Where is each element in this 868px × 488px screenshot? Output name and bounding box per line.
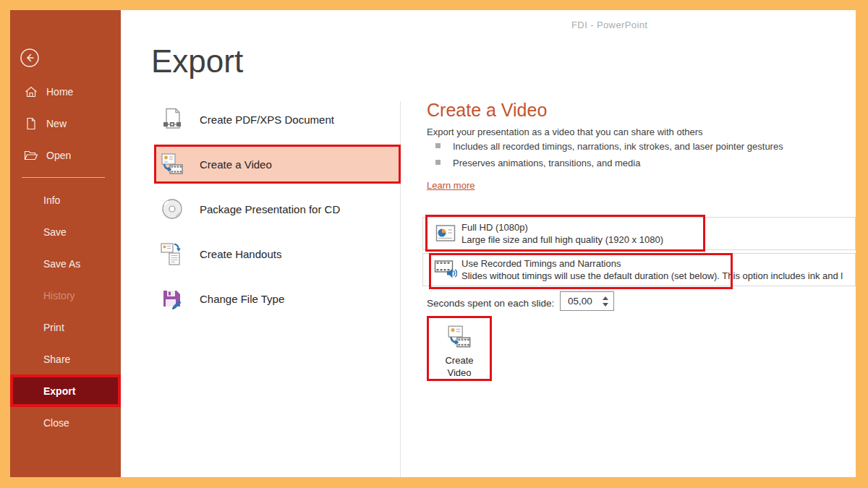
back-button[interactable] [20, 48, 40, 68]
timings-dropdown[interactable]: Use Recorded Timings and Narrations Slid… [422, 253, 856, 286]
window-title: FDI - PowerPoint [571, 20, 647, 30]
option-label: Change File Type [200, 293, 284, 305]
sidebar-item-open[interactable]: Open [10, 140, 121, 171]
handouts-icon [159, 241, 185, 267]
sidebar-item-new[interactable]: New [10, 108, 121, 140]
change-file-type-icon [159, 286, 185, 312]
sidebar-item-info[interactable]: Info [10, 184, 121, 216]
export-options-list: Create PDF/XPS Document [149, 97, 401, 321]
seconds-spinner[interactable]: 05,00 [560, 291, 614, 311]
option-label: Package Presentation for CD [200, 203, 340, 215]
full-hd-icon [433, 222, 458, 245]
export-backstage-main: FDI - PowerPoint Export Creat [121, 10, 856, 477]
option-label: Create PDF/XPS Document [200, 114, 334, 126]
option-create-pdf-xps[interactable]: Create PDF/XPS Document [149, 97, 401, 142]
recorded-timings-icon [433, 258, 458, 281]
sidebar-item-close[interactable]: Close [10, 407, 121, 439]
option-create-a-video[interactable]: Create a Video [149, 142, 401, 187]
option-label: Create Handouts [200, 248, 281, 260]
sidebar-item-home[interactable]: Home [10, 76, 121, 108]
sidebar-divider [22, 177, 105, 178]
create-video-button-label: Create Video [437, 354, 482, 379]
sidebar-item-history: History [10, 280, 121, 312]
back-arrow-icon [20, 58, 40, 70]
video-quality-dropdown[interactable]: Full HD (1080p) Large file size and full… [422, 217, 856, 250]
timings-subtitle: Slides without timings will use the defa… [461, 270, 843, 282]
detail-description: Export your presentation as a video that… [427, 127, 703, 137]
open-folder-icon [24, 149, 38, 162]
square-bullet-icon [435, 143, 441, 148]
spinner-arrows [600, 296, 613, 307]
screenshot-frame: Home New Open [0, 0, 868, 488]
dropdown-text: Use Recorded Timings and Narrations Slid… [461, 257, 843, 282]
spin-up-button[interactable] [603, 296, 608, 300]
dropdown-text: Full HD (1080p) Large file size and full… [461, 221, 663, 246]
seconds-value: 05,00 [561, 296, 600, 307]
option-label: Create a Video [200, 158, 272, 171]
option-change-file-type[interactable]: Change File Type [149, 276, 401, 321]
seconds-per-slide-label: Seconds spent on each slide: [427, 298, 554, 309]
sidebar-item-label: Home [46, 86, 73, 98]
cd-icon [159, 196, 185, 222]
powerpoint-window: Home New Open [10, 10, 856, 477]
square-bullet-icon [435, 160, 441, 165]
sidebar-top-nav: Home New Open [10, 76, 121, 171]
create-video-button[interactable]: Create Video [430, 319, 489, 378]
sidebar-item-label: Open [46, 150, 71, 161]
new-document-icon [24, 117, 38, 130]
learn-more-link[interactable]: Learn more [427, 180, 475, 191]
detail-heading: Create a Video [427, 100, 547, 121]
page-title: Export [151, 43, 243, 80]
sidebar-item-label: New [46, 118, 67, 129]
detail-bullet: Preserves animations, transitions, and m… [435, 158, 640, 168]
timings-title: Use Recorded Timings and Narrations [461, 257, 843, 270]
sidebar-item-save[interactable]: Save [10, 216, 121, 248]
spin-down-button[interactable] [603, 303, 608, 307]
option-package-for-cd[interactable]: Package Presentation for CD [149, 187, 401, 231]
option-create-handouts[interactable]: Create Handouts [149, 231, 401, 276]
create-video-button-icon [446, 323, 473, 353]
quality-title: Full HD (1080p) [461, 221, 663, 234]
sidebar-item-export[interactable]: Export [10, 375, 121, 407]
sidebar-menu: Info Save Save As History Print Share Ex… [10, 184, 121, 439]
backstage-sidebar: Home New Open [10, 10, 121, 477]
quality-subtitle: Large file size and full high quality (1… [461, 234, 663, 246]
sidebar-item-share[interactable]: Share [10, 343, 121, 375]
create-video-icon [159, 151, 185, 177]
panel-divider [400, 101, 401, 477]
sidebar-item-print[interactable]: Print [10, 312, 121, 343]
sidebar-item-save-as[interactable]: Save As [10, 248, 121, 280]
home-icon [24, 85, 38, 98]
detail-bullet: Includes all recorded timings, narration… [435, 141, 783, 152]
pdf-xps-icon [159, 106, 185, 132]
